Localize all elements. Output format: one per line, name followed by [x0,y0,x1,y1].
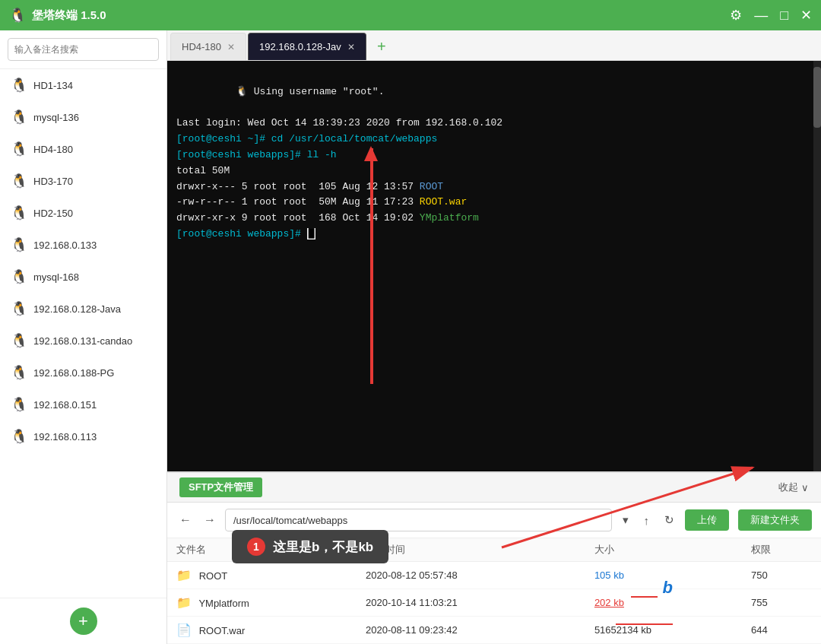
path-dropdown-icon[interactable]: ▾ [618,512,633,528]
linux-icon: 🐧 [11,205,27,221]
terminal-line-6: drwxr-x--- 5 root root 105 Aug 12 13:57 … [176,179,812,195]
folder-icon: 📁 [176,569,192,582]
title-bar-controls: ⚙ — □ ✕ [730,7,812,24]
file-table-container: 文件名 修改时间 大小 权限 📁 ROOT [167,538,821,644]
maximize-button[interactable]: □ [780,8,788,24]
sidebar-item-label: HD1-134 [33,80,73,91]
file-permissions-cell: 750 [742,562,821,589]
sidebar-item-192-168-0-133[interactable]: 🐧 192.168.0.133 [0,229,166,261]
sidebar-item-label: mysql-168 [33,271,79,283]
sidebar-list: 🐧 HD1-134 🐧 mysql-136 🐧 HD4-180 🐧 HD3-17… [0,69,166,598]
sidebar-item-label: 192.168.0.188-PG [33,367,114,379]
terminal[interactable]: 🐧 Using username "root". Last login: Wed… [167,61,821,471]
linux-icon: 🐧 [11,77,27,94]
tab-hd4-180[interactable]: HD4-180 ✕ [170,33,246,60]
minimize-button[interactable]: — [754,8,768,24]
main-layout: 🐧 HD1-134 🐧 mysql-136 🐧 HD4-180 🐧 HD3-17… [0,30,821,644]
tab-label: 192.168.0.128-Jav [259,41,341,52]
sidebar-item-192-168-0-128-java[interactable]: 🐧 192.168.0.128-Java [0,293,166,325]
app-title: 堡塔终端 1.5.0 [32,8,106,23]
terminal-line-3: [root@ceshi ~]# cd /usr/local/tomcat/web… [176,132,812,148]
refresh-button[interactable]: ↻ [660,512,679,528]
terminal-line-1: 🐧 Using username "root". [176,68,812,116]
file-icon: 📄 [176,623,192,636]
terminal-scrollbar[interactable] [813,61,821,471]
sidebar-add-area: + [0,598,166,644]
search-input[interactable] [8,38,159,61]
linux-icon: 🐧 [11,332,27,349]
back-button[interactable]: ← [176,512,195,528]
tab-192-168-0-128-jav[interactable]: 192.168.0.128-Jav ✕ [248,33,366,60]
col-filename: 文件名 [167,538,357,562]
file-size-cell: 51652134 kb [585,617,742,644]
file-table: 文件名 修改时间 大小 权限 📁 ROOT [167,538,821,644]
linux-icon: 🐧 [11,300,27,317]
file-size-cell: 105 kb [585,562,742,589]
table-row[interactable]: 📁 YMplatform 2020-10-14 11:03:21 202 kb … [167,589,821,617]
sidebar-item-hd4-180[interactable]: 🐧 HD4-180 [0,133,166,165]
right-content: 🐧 Using username "root". Last login: Wed… [167,61,821,644]
tab-add-button[interactable]: + [368,33,395,60]
linux-icon: 🐧 [11,236,27,253]
linux-icon: 🐧 [11,396,27,413]
linux-icon: 🐧 [11,428,27,445]
settings-button[interactable]: ⚙ [730,7,742,24]
sftp-collapse-button[interactable]: 收起 ∨ [778,481,809,494]
close-button[interactable]: ✕ [800,7,812,24]
new-folder-button[interactable]: 新建文件夹 [738,509,812,531]
sftp-addressbar: ← → ▾ ↑ ↻ 上传 新建文件夹 [167,503,821,538]
sidebar-item-hd2-150[interactable]: 🐧 HD2-150 [0,197,166,229]
address-input[interactable] [225,509,612,531]
file-name-cell: 📄 ROOT.war [167,617,357,644]
sidebar-item-hd1-134[interactable]: 🐧 HD1-134 [0,69,166,101]
table-row[interactable]: 📁 ROOT 2020-08-12 05:57:48 105 kb 750 [167,562,821,589]
terminal-line-9: [root@ceshi webapps]# █ [176,227,812,243]
forward-button[interactable]: → [201,512,219,528]
sidebar-item-192-168-0-131-candao[interactable]: 🐧 192.168.0.131-candao [0,325,166,357]
tab-close-hd4-180[interactable]: ✕ [227,43,235,52]
terminal-line-8: drwxr-xr-x 9 root root 168 Oct 14 19:02 … [176,211,812,227]
sidebar-item-mysql-136[interactable]: 🐧 mysql-136 [0,101,166,133]
sidebar: 🐧 HD1-134 🐧 mysql-136 🐧 HD4-180 🐧 HD3-17… [0,30,167,644]
linux-icon: 🐧 [11,141,27,157]
sidebar-item-192-168-0-113[interactable]: 🐧 192.168.0.113 [0,420,166,452]
sftp-collapse-label: 收起 [778,481,798,494]
col-size: 大小 [585,538,742,562]
table-row[interactable]: 📄 ROOT.war 2020-08-11 09:23:42 51652134 … [167,617,821,644]
terminal-line-7: -rw-r--r-- 1 root root 50M Aug 11 17:23 … [176,195,812,211]
sidebar-item-label: 192.168.0.133 [33,240,97,251]
linux-icon: 🐧 [11,364,27,381]
sidebar-item-label: 192.168.0.113 [33,431,97,443]
tabs-bar: HD4-180 ✕ 192.168.0.128-Jav ✕ + [167,30,821,61]
file-name-cell: 📁 ROOT [167,562,357,589]
sidebar-item-label: HD4-180 [33,144,73,155]
folder-icon: 📁 [176,596,192,609]
file-modified-cell: 2020-08-12 05:57:48 [357,562,585,589]
sidebar-item-mysql-168[interactable]: 🐧 mysql-168 [0,261,166,293]
title-bar-left: 🐧 堡塔终端 1.5.0 [9,7,106,24]
col-permissions: 权限 [742,538,821,562]
add-connection-button[interactable]: + [70,608,97,635]
sidebar-item-192-168-0-188-pg[interactable]: 🐧 192.168.0.188-PG [0,357,166,389]
file-permissions-cell: 644 [742,617,821,644]
sidebar-item-label: HD3-170 [33,176,73,187]
col-modified: 修改时间 [357,538,585,562]
sidebar-item-hd3-170[interactable]: 🐧 HD3-170 [0,165,166,197]
right-panel: HD4-180 ✕ 192.168.0.128-Jav ✕ + 🐧 Using … [167,30,821,644]
sidebar-search [0,30,166,69]
sidebar-item-label: HD2-150 [33,208,73,219]
sftp-panel: SFTP文件管理 收起 ∨ ← → ▾ ↑ ↻ 上传 新建文件夹 [167,471,821,644]
app-logo-icon: 🐧 [9,7,26,24]
file-modified-cell: 2020-10-14 11:03:21 [357,589,585,617]
navigate-up-button[interactable]: ↑ [639,512,655,528]
linux-icon: 🐧 [11,268,27,285]
sidebar-item-label: 192.168.0.151 [33,399,97,411]
tab-close-192-168-0-128[interactable]: ✕ [347,43,355,52]
sidebar-item-192-168-0-151[interactable]: 🐧 192.168.0.151 [0,389,166,420]
upload-button[interactable]: 上传 [685,509,729,531]
terminal-scrollbar-thumb[interactable] [813,67,821,128]
terminal-line-2: Last login: Wed Oct 14 18:39:23 2020 fro… [176,116,812,132]
title-bar: 🐧 堡塔终端 1.5.0 ⚙ — □ ✕ [0,0,821,30]
terminal-line-4: [root@ceshi webapps]# ll -h [176,148,812,163]
linux-icon: 🐧 [11,109,27,125]
